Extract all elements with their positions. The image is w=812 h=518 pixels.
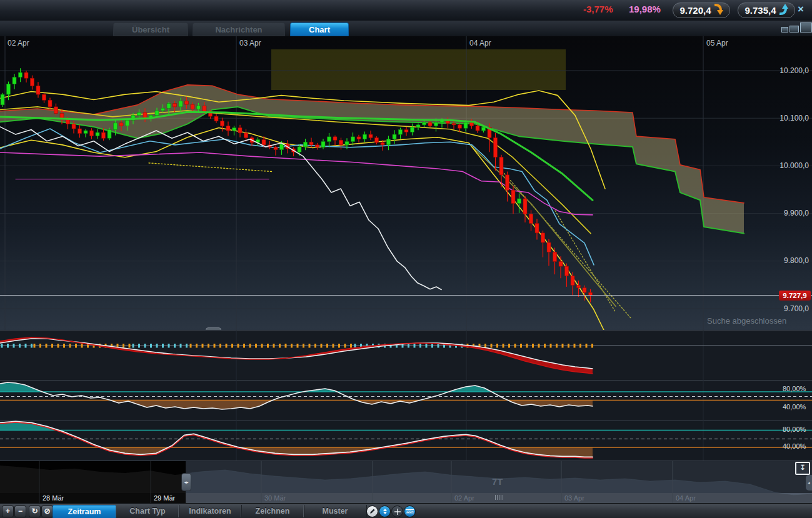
left-arrow-icon: ◂ xyxy=(808,481,810,486)
macd-panel-svg xyxy=(0,330,812,380)
trading-chart-window: -3,77% 19,98% 9.720,4 9.735,4 × Übersich… xyxy=(0,0,812,518)
y-tick-9800: 9.800,0 xyxy=(771,256,809,265)
refresh-button[interactable]: ↻ xyxy=(29,506,41,517)
change-percent: -3,77% xyxy=(583,4,613,14)
y-tick-9900: 9.900,0 xyxy=(771,209,809,217)
x-label-05apr: 05 Apr xyxy=(706,39,728,47)
ichimoku-cloud xyxy=(0,85,744,234)
scale-updown-icon[interactable] xyxy=(379,506,391,517)
tab-nachrichten[interactable]: Nachrichten xyxy=(193,22,285,36)
disable-button[interactable]: ⊘ xyxy=(41,506,53,517)
current-price-badge: 9.727,9 xyxy=(779,291,811,301)
nav-label-04apr: 04 Apr xyxy=(676,494,696,502)
pencil-icon[interactable] xyxy=(366,506,378,517)
nav-tick-marks xyxy=(495,495,503,500)
stochastic-fast-panel-canvas[interactable] xyxy=(0,380,812,421)
values-1234-icon[interactable]: 1234 xyxy=(404,506,416,517)
y-tick-9700: 9.700,0 xyxy=(771,304,809,313)
stochastic-slow-panel-canvas[interactable] xyxy=(0,421,812,461)
panel2-low-threshold-label: 40,00% xyxy=(783,403,806,411)
y-tick-10200: 10.200,0 xyxy=(771,66,809,75)
tab-chart[interactable]: Chart xyxy=(290,22,349,36)
overlay-magenta-ma xyxy=(0,152,593,215)
sell-price-value: 9.720,4 xyxy=(679,5,711,16)
nav-right-edge-handle[interactable]: ◂ xyxy=(806,475,812,491)
zoom-in-button[interactable]: + xyxy=(2,506,14,517)
status-text: Suche abgeschlossen xyxy=(707,316,786,326)
menu-zeitraum[interactable]: Zeitraum xyxy=(53,505,116,518)
stochastic_slow-svg xyxy=(0,421,812,461)
panel3-low-threshold-label: 40,00% xyxy=(783,442,806,450)
nav-label-02apr: 02 Apr xyxy=(454,494,474,502)
nav-range-handle[interactable]: ◂▸ xyxy=(181,473,191,491)
range-label-7t: 7T xyxy=(492,476,503,487)
layout-small-icon[interactable] xyxy=(781,27,788,32)
overlay-olive-solid xyxy=(472,147,616,306)
x-label-03apr: 03 Apr xyxy=(239,39,261,47)
top-bar: -3,77% 19,98% 9.720,4 9.735,4 × xyxy=(0,0,812,21)
tab-uebersicht[interactable]: Übersicht xyxy=(113,22,188,36)
buy-price-button[interactable]: 9.735,4 xyxy=(738,2,795,18)
nav-label-30mar: 30 Mär xyxy=(264,494,286,502)
y-tick-10100: 10.100,0 xyxy=(771,114,809,122)
menu-zeichnen[interactable]: Zeichnen xyxy=(241,505,304,517)
sell-price-button[interactable]: 9.720,4 xyxy=(673,2,730,18)
menu-indikatoren[interactable]: Indikatoren xyxy=(178,505,242,517)
bottom-toolbar: + − ↻ ⊘ Zeitraum Chart Typ Indikatoren Z… xyxy=(0,503,812,518)
x-label-02apr: 02 Apr xyxy=(8,39,29,47)
nav-label-29mar: 29 Mär xyxy=(154,494,175,502)
nav-expand-icon[interactable]: ↧ xyxy=(795,462,810,475)
tab-bar: Übersicht Nachrichten Chart xyxy=(0,21,812,37)
panel2-high-threshold-label: 80,00% xyxy=(783,385,806,392)
nav-label-03apr: 03 Apr xyxy=(564,494,584,502)
stochastic_fast-svg xyxy=(0,380,812,421)
menu-chart-typ[interactable]: Chart Typ xyxy=(116,505,179,517)
overlay-dotted-yellow xyxy=(149,163,272,172)
panel3-high-threshold-label: 80,00% xyxy=(783,426,806,433)
close-icon[interactable]: × xyxy=(798,3,804,16)
overlay-white-zigzag xyxy=(0,127,441,290)
x-label-04apr: 04 Apr xyxy=(469,39,491,47)
macd-panel-canvas[interactable] xyxy=(0,330,812,380)
left-right-arrows-icon: ◂▸ xyxy=(184,480,188,485)
buy-price-value: 9.735,4 xyxy=(744,5,776,16)
crosshair-icon[interactable] xyxy=(391,506,403,517)
main-chart-canvas[interactable] xyxy=(0,36,812,330)
layout-large-icon[interactable] xyxy=(800,22,812,32)
range-percent: 19,98% xyxy=(629,4,661,14)
layout-medium-icon[interactable] xyxy=(789,26,799,32)
price-up-arrow-icon xyxy=(779,3,788,17)
price-down-arrow-icon xyxy=(714,3,723,17)
menu-muster[interactable]: Muster xyxy=(303,505,367,517)
overlay-cyan-ma xyxy=(0,129,594,265)
annotation-rectangle xyxy=(271,49,566,90)
y-tick-10000: 10.000,0 xyxy=(771,161,809,170)
main-chart-svg xyxy=(0,36,812,330)
zoom-out-button[interactable]: − xyxy=(14,506,26,517)
nav-label-28mar: 28 Mär xyxy=(43,494,64,502)
